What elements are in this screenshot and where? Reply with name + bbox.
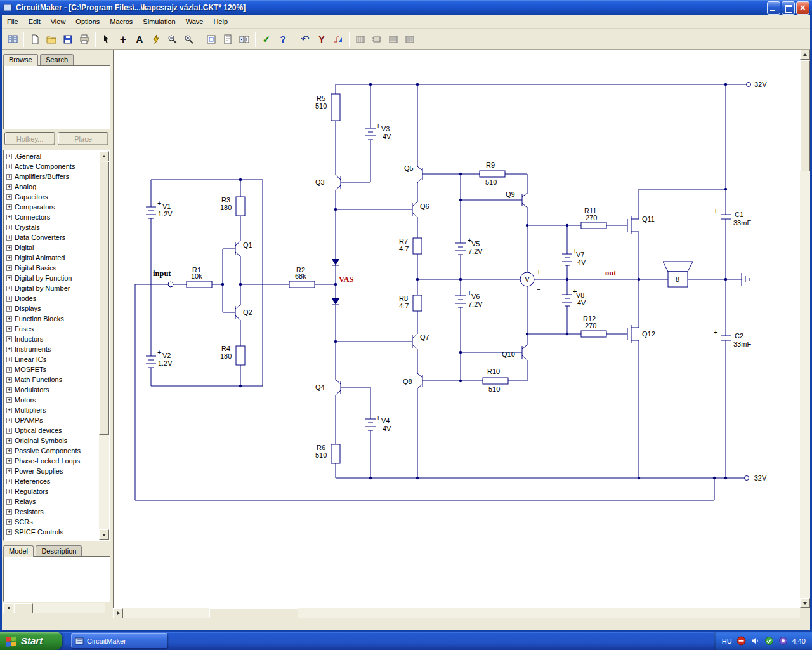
battery-V8[interactable]: +V84V (562, 288, 586, 307)
tree-item[interactable]: Power Supplies (4, 466, 99, 476)
select-tool-button[interactable] (98, 31, 115, 48)
power-terminal-negative[interactable]: -32V (745, 474, 767, 482)
digital-tool-4-button[interactable] (402, 31, 418, 48)
tree-item[interactable]: Connectors (4, 212, 99, 222)
tree-item[interactable]: References (4, 476, 99, 486)
transistor-Q2[interactable]: Q2 (235, 305, 252, 320)
resistor-R10[interactable]: R10510 (483, 368, 508, 393)
resistor-R9[interactable]: R9510 (480, 161, 505, 186)
tree-item[interactable]: Phase-Locked Loops (4, 456, 99, 466)
volume-icon[interactable] (750, 636, 760, 646)
expand-plus-icon[interactable] (6, 479, 12, 484)
menu-item[interactable]: Wave (181, 16, 209, 27)
close-button[interactable] (796, 1, 809, 15)
messenger-icon[interactable] (778, 636, 788, 646)
zoom-in-button[interactable] (181, 31, 197, 48)
expand-plus-icon[interactable] (6, 347, 12, 352)
expand-plus-icon[interactable] (6, 184, 12, 190)
tree-item[interactable]: Motors (4, 395, 99, 405)
expand-plus-icon[interactable] (6, 275, 12, 281)
diode-D1[interactable] (332, 259, 339, 265)
mosfet-Q11[interactable]: Q11 (627, 215, 655, 234)
transistor-Q8[interactable]: Q8 (403, 373, 422, 388)
network-icon[interactable] (764, 636, 774, 646)
scroll-right-button[interactable] (3, 603, 13, 613)
canvas-scroll-right-button[interactable] (113, 608, 123, 618)
diode-D2[interactable] (332, 298, 339, 305)
expand-plus-icon[interactable] (6, 397, 12, 403)
restore-button[interactable] (782, 1, 795, 15)
run-probe-button[interactable] (330, 31, 346, 48)
expand-plus-icon[interactable] (6, 215, 12, 220)
expand-plus-icon[interactable] (6, 509, 12, 515)
tree-item[interactable]: Digital by Function (4, 273, 99, 283)
resistor-R7[interactable]: R74.7 (399, 237, 422, 254)
tab-description[interactable]: Description (36, 545, 82, 557)
tree-item[interactable]: Digital by Number (4, 283, 99, 293)
tab-model[interactable]: Model (3, 545, 34, 557)
tree-item[interactable]: Capacitors (4, 192, 99, 202)
canvas-hscroll-thumb[interactable] (209, 608, 298, 618)
print-button[interactable] (76, 31, 93, 48)
menu-item[interactable]: Simulation (138, 16, 180, 27)
tree-item[interactable]: Original Symbols (4, 435, 99, 446)
scroll-down-button[interactable] (99, 529, 109, 540)
expand-plus-icon[interactable] (6, 255, 12, 261)
hotkey-button[interactable]: Hotkey... (4, 132, 55, 145)
transistor-Q5[interactable]: Q5 (404, 164, 422, 183)
expand-plus-icon[interactable] (6, 174, 12, 180)
expand-plus-icon[interactable] (6, 265, 12, 271)
tree-item[interactable]: Digital Animated (4, 253, 99, 263)
resistor-R11[interactable]: R11270 (581, 207, 606, 229)
tree-scrollbar[interactable] (99, 151, 109, 540)
transistor-Q6[interactable]: Q6 (412, 202, 429, 217)
save-button[interactable] (60, 31, 76, 48)
power-terminal-positive[interactable]: 32V (747, 81, 768, 88)
tree-item[interactable]: Diodes (4, 293, 99, 303)
tree-item[interactable]: Comparators (4, 202, 99, 212)
undo-button[interactable]: ↶ (297, 31, 313, 48)
tree-item[interactable]: Data Converters (4, 232, 99, 242)
canvas-scroll-up-button[interactable] (800, 50, 810, 60)
transistor-Q9[interactable]: Q9 (506, 190, 527, 208)
expand-plus-icon[interactable] (6, 235, 12, 241)
menu-item[interactable]: Options (70, 16, 105, 27)
voltmeter[interactable]: V + − (520, 268, 540, 293)
menu-item[interactable]: Help (208, 16, 233, 27)
split-view-button[interactable] (236, 31, 252, 48)
tree-item[interactable]: Analog (4, 182, 99, 192)
speaker[interactable]: 8 (663, 262, 693, 287)
tree-item[interactable]: Multipliers (4, 405, 99, 415)
simulate-button[interactable]: ✓ (258, 31, 275, 48)
expand-plus-icon[interactable] (6, 489, 12, 494)
battery-V7[interactable]: +V74V (562, 247, 586, 266)
expand-plus-icon[interactable] (6, 418, 12, 423)
resistor-R1[interactable]: R110k (187, 266, 212, 288)
digital-tool-3-button[interactable] (385, 31, 402, 48)
tree-item[interactable]: Resistors (4, 507, 99, 517)
tree-item[interactable]: Displays (4, 303, 99, 314)
tree-item[interactable]: Active Components (4, 161, 99, 171)
battery-V6[interactable]: +V67.2V (455, 289, 483, 308)
canvas-hscrollbar[interactable] (113, 608, 800, 618)
tree-item[interactable]: Fuses (4, 324, 99, 334)
transistor-Q3[interactable]: Q3 (315, 175, 341, 190)
language-indicator[interactable]: HU (722, 637, 732, 645)
tree-item[interactable]: Digital (4, 242, 99, 253)
part-browser-button[interactable] (4, 31, 21, 48)
expand-plus-icon[interactable] (6, 438, 12, 444)
schematic-canvas[interactable]: 32V -32V input out VAS R110k R268k R3180… (113, 50, 800, 608)
expand-plus-icon[interactable] (6, 377, 12, 383)
minimize-button[interactable] (767, 1, 780, 15)
resistor-R2[interactable]: R268k (289, 266, 315, 288)
canvas-vscroll-thumb[interactable] (800, 60, 810, 171)
menu-item[interactable]: View (46, 16, 71, 27)
battery-V2[interactable]: +V21.2V (146, 348, 173, 368)
expand-plus-icon[interactable] (6, 357, 12, 362)
text-tool-button[interactable]: A (131, 31, 148, 48)
transistor-Q1[interactable]: Q1 (235, 241, 252, 256)
canvas-vscrollbar[interactable] (800, 50, 810, 608)
scroll-up-button[interactable] (99, 151, 109, 161)
menu-item[interactable]: Edit (23, 16, 46, 27)
open-file-button[interactable] (43, 31, 60, 48)
